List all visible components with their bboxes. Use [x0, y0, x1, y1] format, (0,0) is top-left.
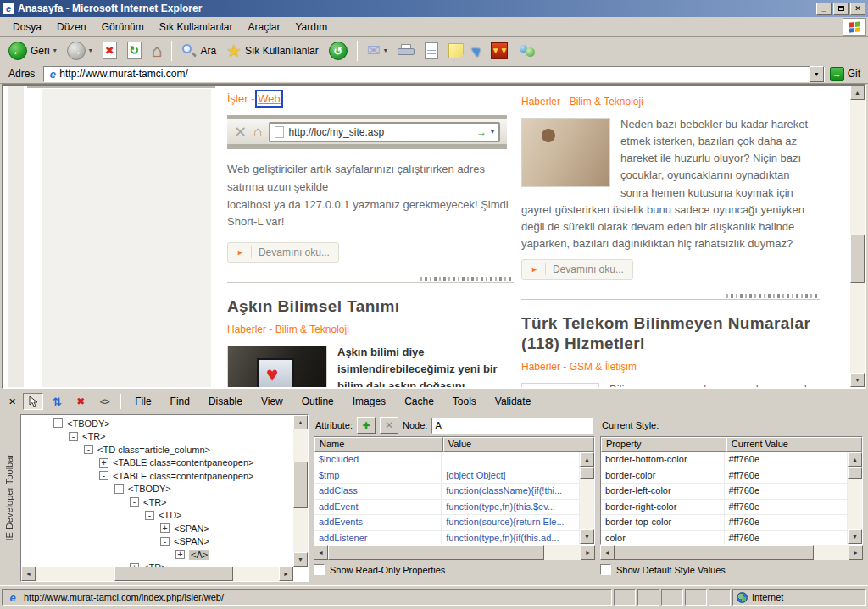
checkbox-icon[interactable]: [314, 564, 325, 575]
title-bar[interactable]: e Anasayfa - Microsoft Internet Explorer…: [0, 0, 868, 17]
tree-node[interactable]: -<TR>: [21, 496, 293, 509]
article-category-link[interactable]: Haberler - Bilim & Teknoloji: [227, 324, 514, 335]
go-button[interactable]: → Git: [828, 66, 865, 82]
dev-menu-cache[interactable]: Cache: [397, 393, 442, 410]
edit-button[interactable]: [421, 41, 442, 61]
print-button[interactable]: [394, 42, 418, 59]
tree-node[interactable]: -<TABLE class=contentpaneopen>: [21, 469, 293, 483]
style-row[interactable]: border-top-color#ff760e: [601, 515, 848, 531]
dev-menu-outline[interactable]: Outline: [294, 393, 342, 410]
grid-horizontal-scrollbar[interactable]: ◄ ►: [314, 545, 595, 560]
column-header-name[interactable]: Name: [314, 437, 443, 452]
tree-vertical-scrollbar[interactable]: ▲ ▼: [293, 415, 308, 567]
scroll-thumb[interactable]: [850, 235, 865, 283]
dev-menu-find[interactable]: Find: [163, 393, 198, 410]
history-button[interactable]: ↺: [326, 40, 351, 62]
discuss-button[interactable]: [470, 44, 484, 58]
dev-menu-disable[interactable]: Disable: [201, 393, 250, 410]
forward-button[interactable]: → ▾: [64, 40, 96, 62]
read-more-button[interactable]: ► Devamını oku...: [521, 259, 633, 280]
attribute-row[interactable]: addListenerfunction(type,fn){if(this.ad.…: [314, 531, 580, 545]
scroll-down-icon[interactable]: ▼: [293, 552, 308, 567]
refresh-tool-icon[interactable]: ⇅: [47, 393, 67, 410]
style-row[interactable]: color#ff760e: [601, 531, 848, 545]
column-header-current-value[interactable]: Current Value: [726, 437, 862, 452]
minimize-button[interactable]: _: [816, 3, 832, 15]
forward-dropdown-icon[interactable]: ▾: [89, 47, 92, 54]
readonly-properties-option[interactable]: Show Read-Only Properties: [314, 564, 595, 575]
tree-node[interactable]: -<TD>: [21, 509, 293, 523]
expander-icon[interactable]: -: [69, 432, 78, 441]
add-attribute-button[interactable]: +: [357, 417, 376, 434]
search-button[interactable]: Ara: [178, 42, 220, 60]
address-field[interactable]: e ▾: [43, 66, 824, 82]
scroll-down-icon[interactable]: ▼: [848, 529, 862, 544]
dev-menu-tools[interactable]: Tools: [445, 393, 484, 410]
scroll-left-icon[interactable]: ◄: [314, 545, 328, 560]
expander-icon[interactable]: -: [99, 471, 108, 480]
address-input[interactable]: [59, 67, 809, 81]
tree-node[interactable]: -<TBODY>: [21, 483, 293, 496]
tree-horizontal-scrollbar[interactable]: ◄ ►: [21, 567, 293, 581]
scroll-up-icon[interactable]: ▲: [580, 452, 594, 467]
article-category-link[interactable]: Haberler - Bilim & Teknoloji: [521, 96, 820, 108]
menu-sik-kullanilanlar[interactable]: Sık Kullanılanlar: [152, 19, 241, 36]
scroll-up-icon[interactable]: ▲: [850, 86, 865, 100]
tree-node[interactable]: -<TD class=article_column>: [21, 443, 293, 457]
scroll-thumb[interactable]: [114, 567, 233, 581]
attribute-row[interactable]: addClassfunction(className){if(!thi...: [314, 484, 580, 500]
dev-menu-view[interactable]: View: [253, 393, 291, 410]
attribute-row[interactable]: addEventsfunction(source){return Ele...: [314, 515, 580, 531]
menu-yardim[interactable]: Yardım: [287, 19, 335, 36]
article-title[interactable]: Aşkın Bilimsel Tanımı: [227, 296, 514, 317]
column-header-value[interactable]: Value: [443, 437, 594, 452]
dev-menu-file[interactable]: File: [127, 393, 159, 410]
grid-horizontal-scrollbar[interactable]: ◄ ►: [600, 545, 863, 560]
flashget-button[interactable]: ▼▼: [487, 41, 511, 61]
scroll-right-icon[interactable]: ►: [279, 567, 293, 581]
devtoolbar-close-icon[interactable]: ✕: [5, 395, 19, 409]
scroll-left-icon[interactable]: ◄: [600, 545, 615, 560]
style-row[interactable]: border-right-color#ff760e: [601, 500, 848, 516]
attribute-row[interactable]: $included: [314, 452, 580, 468]
select-element-tool-icon[interactable]: [23, 393, 43, 410]
mail-button[interactable]: ✉ ▾: [364, 41, 391, 60]
scroll-down-icon[interactable]: ▼: [850, 373, 865, 387]
expander-icon[interactable]: -: [130, 497, 139, 507]
refresh-button[interactable]: ↻: [124, 40, 145, 61]
back-button[interactable]: ← Geri ▾: [5, 40, 60, 62]
menu-dosya[interactable]: Dosya: [5, 19, 49, 36]
delete-attribute-button[interactable]: ✕: [380, 417, 398, 434]
scroll-up-icon[interactable]: ▲: [293, 415, 308, 429]
maximize-button[interactable]: [833, 3, 849, 15]
style-row[interactable]: border-bottom-color#ff760e: [601, 452, 848, 468]
scroll-thumb[interactable]: [615, 545, 814, 560]
attribute-row[interactable]: $tmp[object Object]: [314, 468, 580, 484]
menu-duzen[interactable]: Düzen: [49, 19, 94, 36]
address-dropdown-icon[interactable]: ▾: [810, 66, 824, 82]
scroll-right-icon[interactable]: ►: [849, 545, 863, 560]
scroll-up-icon[interactable]: ▲: [848, 452, 862, 467]
column-header-property[interactable]: Property: [601, 437, 726, 452]
tree-node-selected[interactable]: +<A>: [21, 548, 293, 562]
style-row[interactable]: border-left-color#ff760e: [601, 484, 848, 500]
view-source-tool-icon[interactable]: <>: [94, 393, 114, 410]
node-input[interactable]: [431, 418, 593, 434]
expander-icon[interactable]: -: [84, 445, 93, 454]
menu-araclar[interactable]: Araçlar: [240, 19, 287, 36]
clear-highlight-tool-icon[interactable]: ✖: [70, 393, 91, 410]
article-category-link[interactable]: Haberler - GSM & İletişim: [521, 361, 820, 373]
msn-messenger-button[interactable]: [515, 42, 540, 60]
dev-menu-images[interactable]: Images: [345, 393, 393, 410]
tree-node[interactable]: -<TR>: [21, 430, 293, 444]
stop-button[interactable]: ✖: [99, 40, 120, 61]
page-scrollbar[interactable]: ▲ ▼: [850, 86, 865, 387]
grid-vertical-scrollbar[interactable]: ▲ ▼: [848, 452, 862, 544]
expander-icon[interactable]: +: [160, 523, 170, 533]
expander-icon[interactable]: -: [160, 537, 170, 546]
article-title[interactable]: Türk Telekom Bilinmeyen Numaralar (118) …: [521, 313, 820, 354]
expander-icon[interactable]: -: [53, 418, 63, 428]
expander-icon[interactable]: +: [175, 550, 185, 559]
scroll-right-icon[interactable]: ►: [581, 545, 595, 560]
style-row[interactable]: border-color#ff760e: [601, 468, 848, 484]
